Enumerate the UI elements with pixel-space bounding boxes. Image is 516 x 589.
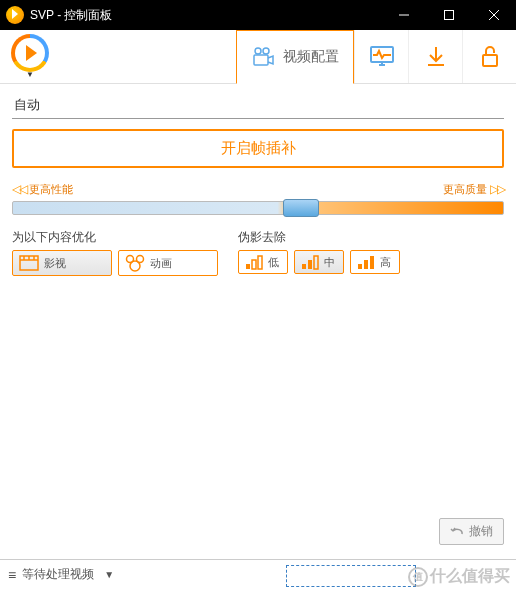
download-button[interactable] (408, 30, 462, 83)
logo-icon (11, 34, 49, 72)
maximize-button[interactable] (426, 0, 471, 30)
content-area: 自动 开启帧插补 ◁◁ 更高性能 更高质量 ▷▷ 为以下内容优化 影视 动画 (0, 84, 516, 559)
opt-label: 高 (380, 255, 391, 270)
artifact-low-button[interactable]: 低 (238, 250, 288, 274)
enable-interpolation-button[interactable]: 开启帧插补 (12, 129, 504, 168)
artifact-high-button[interactable]: 高 (350, 250, 400, 274)
status-text: 等待处理视频 (22, 566, 94, 583)
bars-high-icon (357, 254, 375, 270)
lock-icon (480, 45, 500, 69)
opt-label: 动画 (150, 256, 172, 271)
svg-rect-6 (254, 55, 268, 65)
arrow-right-icon: ▷▷ (490, 182, 504, 196)
slider-thumb[interactable] (283, 199, 319, 217)
svg-rect-24 (302, 264, 306, 269)
svg-rect-23 (258, 256, 262, 269)
svg-rect-22 (252, 260, 256, 269)
watermark-text: 什么值得买 (430, 566, 510, 587)
svg-point-4 (255, 48, 261, 54)
monitor-icon (369, 45, 395, 69)
app-icon (6, 6, 24, 24)
arrow-left-icon: ◁◁ (12, 182, 26, 196)
hamburger-icon[interactable]: ≡ (8, 567, 16, 583)
watermark: 值 什么值得买 (408, 566, 510, 587)
minimize-button[interactable] (381, 0, 426, 30)
svg-rect-25 (308, 260, 312, 269)
watermark-icon: 值 (408, 567, 428, 587)
tab-video-config[interactable]: 视频配置 (236, 30, 354, 84)
svg-rect-12 (483, 55, 497, 66)
close-button[interactable] (471, 0, 516, 30)
mickey-icon (125, 254, 145, 272)
titlebar: SVP - 控制面板 (0, 0, 516, 30)
window-title: SVP - 控制面板 (30, 7, 381, 24)
optimize-title: 为以下内容优化 (12, 229, 218, 246)
slider-right-label: 更高质量 (443, 183, 487, 195)
bars-low-icon (245, 254, 263, 270)
camera-icon (251, 46, 275, 68)
film-icon (19, 255, 39, 271)
svg-rect-28 (364, 260, 368, 269)
svg-rect-27 (358, 264, 362, 269)
statusbar: ≡ 等待处理视频 ▼ 值 什么值得买 (0, 559, 516, 589)
toolbar: ▼ 视频配置 (0, 30, 516, 84)
undo-icon (450, 526, 464, 538)
app-logo-menu[interactable]: ▼ (0, 30, 60, 83)
lock-button[interactable] (462, 30, 516, 83)
slider-labels: ◁◁ 更高性能 更高质量 ▷▷ (12, 182, 504, 197)
opt-label: 影视 (44, 256, 66, 271)
svg-rect-26 (314, 256, 318, 269)
opt-label: 低 (268, 255, 279, 270)
bars-mid-icon (301, 254, 319, 270)
text-input-ime[interactable] (286, 565, 416, 587)
profile-selector[interactable]: 自动 (12, 92, 504, 119)
svg-point-5 (263, 48, 269, 54)
chevron-down-icon[interactable]: ▼ (104, 569, 114, 580)
download-icon (425, 45, 447, 69)
tab-label: 视频配置 (283, 48, 339, 66)
artifact-title: 伪影去除 (238, 229, 400, 246)
artifact-mid-button[interactable]: 中 (294, 250, 344, 274)
slider-left-label: 更高性能 (29, 183, 73, 195)
svg-rect-21 (246, 264, 250, 269)
svg-point-20 (130, 261, 140, 271)
optimize-movie-button[interactable]: 影视 (12, 250, 112, 276)
svg-rect-29 (370, 256, 374, 269)
quality-slider[interactable] (12, 201, 504, 215)
undo-label: 撤销 (469, 523, 493, 540)
svg-rect-1 (444, 11, 453, 20)
optimize-anime-button[interactable]: 动画 (118, 250, 218, 276)
monitor-button[interactable] (354, 30, 408, 83)
opt-label: 中 (324, 255, 335, 270)
undo-button[interactable]: 撤销 (439, 518, 504, 545)
